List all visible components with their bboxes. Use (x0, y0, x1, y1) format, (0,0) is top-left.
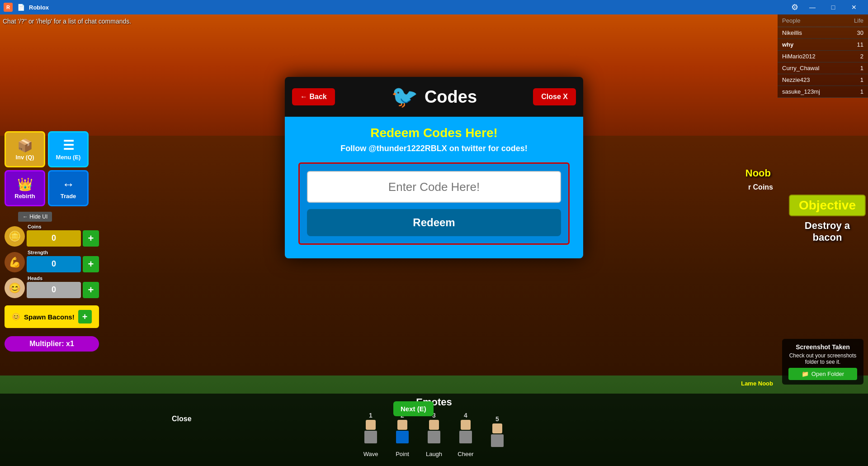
maximize-button[interactable]: □ (823, 0, 844, 14)
code-input-area: Redeem (298, 162, 570, 245)
leaderboard-name: Nikeillis (782, 29, 857, 36)
close-emote-button[interactable]: Close (172, 415, 192, 423)
code-input[interactable] (307, 171, 561, 203)
modal-title: Codes (425, 87, 477, 107)
strength-value: 0 (52, 259, 56, 269)
noob-label: Noob (745, 167, 771, 179)
leaderboard-row: Curry_Chawal1 (778, 62, 868, 74)
back-button[interactable]: ← Back (292, 88, 335, 105)
next-button[interactable]: Next (E) (393, 401, 434, 416)
coins-label: Coins (28, 224, 42, 229)
follow-text: Follow @thunder1222RBLX on twitter for c… (298, 144, 570, 153)
coins-plus-button[interactable]: + (83, 230, 99, 247)
trade-button[interactable]: ↔ Trade (48, 170, 89, 206)
emote-figure (359, 420, 382, 449)
screenshot-notification: Screenshot Taken Check out your screensh… (782, 339, 863, 385)
leaderboard-header: People Life (778, 14, 868, 27)
chat-area: Chat '/?'' or '/help' for a list of chat… (0, 14, 134, 28)
window-controls: — □ ✕ (802, 0, 864, 14)
heads-plus-button[interactable]: + (83, 282, 99, 298)
codes-modal: ← Back 🐦 Codes Close X Redeem Codes Here… (285, 77, 583, 258)
folder-icon: 📁 (802, 371, 809, 377)
leaderboard-row: HiMario20122 (778, 51, 868, 62)
leaderboard-row: Nezzie4231 (778, 74, 868, 86)
spawn-bacons-button[interactable]: 😊 Spawn Bacons! + (5, 305, 99, 328)
emote-figure (454, 420, 477, 449)
roblox-icon: R (4, 3, 13, 12)
emote-number: 4 (464, 412, 467, 419)
emote-item[interactable]: 4 Cheer (454, 412, 477, 457)
leaderboard-life: 30 (857, 29, 863, 36)
leaderboard-panel: People Life Nikeillis30why11HiMario20122… (778, 14, 868, 98)
objective-title: Objective (789, 195, 866, 216)
menu-icon: ☰ (63, 138, 74, 153)
close-button[interactable]: ✕ (844, 0, 864, 14)
redeem-button[interactable]: Redeem (307, 209, 561, 236)
coins-value: 0 (52, 233, 56, 243)
emote-item[interactable]: 1 Wave (359, 412, 382, 457)
emote-figure (423, 420, 445, 449)
heads-value: 0 (52, 285, 56, 295)
leaderboard-life: 2 (860, 53, 863, 60)
heads-stat-row: 😊 Heads 0 + (5, 278, 99, 298)
emote-head (397, 420, 407, 430)
screenshot-text: Check out your screenshots folder to see… (788, 352, 857, 365)
emote-body (491, 434, 504, 447)
leaderboard-name: sasuke_123mj (782, 88, 860, 95)
emote-label: Point (396, 451, 409, 457)
emote-body (364, 431, 377, 443)
emote-head (461, 420, 471, 430)
spawn-label: Spawn Bacons! (24, 313, 75, 321)
titlebar-title: Roblox (29, 4, 49, 11)
coins-stat-row: 🪙 Coins 0 + (5, 226, 99, 247)
doc-icon: 📄 (16, 3, 25, 12)
strength-avatar: 💪 (5, 252, 25, 272)
emote-number: 1 (369, 412, 373, 419)
btn-row-1: 📦 Inv (Q) ☰ Menu (E) (5, 131, 89, 167)
spawn-plus-icon: + (78, 310, 92, 323)
emote-item[interactable]: 5 (486, 415, 509, 454)
emote-body (396, 431, 409, 443)
trade-icon: ↔ (62, 177, 75, 192)
settings-icon[interactable]: ⚙ (791, 2, 798, 12)
titlebar: R 📄 Roblox ⚙ — □ ✕ (0, 0, 868, 14)
objective-panel: Objective Destroy abacon (789, 195, 866, 243)
leaderboard-name: Nezzie423 (782, 76, 860, 83)
rebirth-button[interactable]: 👑 Rebirth (5, 170, 45, 206)
leaderboard-name: HiMario2012 (782, 53, 860, 60)
coins-bar: 0 (27, 230, 81, 247)
inv-icon: 📦 (17, 138, 33, 153)
inv-button[interactable]: 📦 Inv (Q) (5, 131, 45, 167)
chat-hint: Chat '/?'' or '/help' for a list of chat… (3, 18, 131, 25)
leaderboard-row: Nikeillis30 (778, 27, 868, 39)
emotes-row: 1 Wave 2 Point 3 Laugh 4 Cheer 5 (0, 412, 868, 457)
strength-plus-button[interactable]: + (83, 256, 99, 272)
emote-item[interactable]: 3 Laugh (423, 412, 445, 457)
open-folder-button[interactable]: 📁 Open Folder (788, 368, 857, 380)
modal-header: ← Back 🐦 Codes Close X (285, 77, 583, 117)
minimize-button[interactable]: — (802, 0, 823, 14)
modal-title-area: 🐦 Codes (391, 84, 477, 109)
trade-label: Trade (61, 193, 76, 200)
leaderboard-rows: Nikeillis30why11HiMario20122Curry_Chawal… (778, 27, 868, 98)
leaderboard-life: 1 (860, 88, 863, 95)
btn-row-2: 👑 Rebirth ↔ Trade (5, 170, 89, 206)
menu-button[interactable]: ☰ Menu (E) (48, 131, 89, 167)
modal-body: Redeem Codes Here! Follow @thunder1222RB… (285, 117, 583, 258)
emote-label: Cheer (458, 451, 473, 457)
hide-ui-button[interactable]: ← Hide UI (18, 212, 52, 222)
emote-figure (486, 423, 509, 453)
redeem-title: Redeem Codes Here! (298, 126, 570, 140)
strength-label: Strength (28, 250, 48, 255)
emote-item[interactable]: 2 Point (391, 412, 414, 457)
screenshot-title: Screenshot Taken (788, 343, 857, 351)
close-modal-button[interactable]: Close X (533, 88, 576, 105)
open-folder-label: Open Folder (811, 371, 844, 377)
emote-label: Wave (363, 451, 378, 457)
emote-body (428, 431, 440, 443)
rebirth-icon: 👑 (17, 177, 33, 192)
col-life: Life (854, 17, 863, 24)
leaderboard-life: 1 (860, 65, 863, 71)
emote-head (429, 420, 439, 430)
multiplier-button[interactable]: Multiplier: x1 (5, 336, 99, 352)
